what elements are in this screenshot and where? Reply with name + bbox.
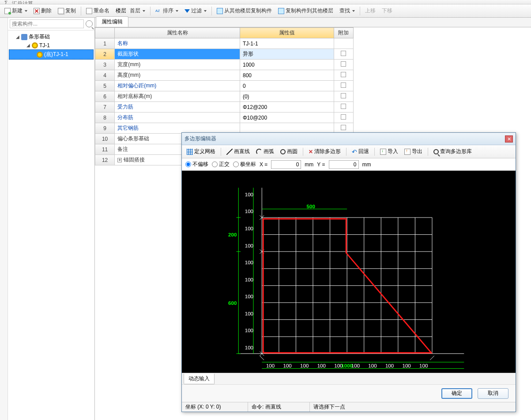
tree-item-tj1-1[interactable]: (底)TJ-1-1	[9, 49, 94, 60]
x-input[interactable]	[271, 160, 301, 169]
y-unit: mm	[362, 161, 371, 168]
delete-icon	[34, 8, 40, 14]
tree-root[interactable]: ◢ 条形基础	[9, 32, 94, 41]
status-coord: 坐标 (X: 0 Y: 0)	[182, 402, 248, 412]
export-button[interactable]: 导出	[402, 146, 425, 157]
svg-text:100: 100	[245, 294, 253, 299]
dialog-titlebar[interactable]: 多边形编辑器 ✕	[182, 133, 516, 145]
svg-text:100: 100	[419, 363, 428, 368]
property-row[interactable]: 3宽度(mm)1000	[95, 60, 354, 70]
draw-line-button[interactable]: 画直线	[224, 146, 252, 157]
delete-button[interactable]: 删除	[31, 6, 54, 16]
new-icon	[4, 8, 11, 14]
close-button[interactable]: ✕	[505, 135, 513, 142]
col-value: 属性值	[240, 28, 334, 38]
search-icon	[433, 149, 439, 154]
import-button[interactable]: 导入	[378, 146, 400, 157]
svg-text:100: 100	[245, 260, 253, 265]
checkbox[interactable]	[341, 51, 346, 56]
move-up-button[interactable]: 上移	[362, 6, 378, 16]
search-input[interactable]	[10, 19, 84, 28]
dialog-toolbar: 定义网格 画直线 画弧 画圆 清除多边形 回退 导入 导出 查询多边形库	[182, 145, 516, 158]
drawing-canvas[interactable]: 100100 100100 100100 100100 100100 200 6…	[182, 171, 516, 373]
dialog-button-row: 确定 取消	[182, 384, 516, 402]
status-hint: 请选择下一点	[310, 402, 516, 412]
sort-button[interactable]: 排序	[153, 6, 181, 16]
define-grid-button[interactable]: 定义网格	[185, 146, 218, 157]
dialog-bottom-tab-bar: 动态输入	[182, 373, 516, 384]
rename-icon	[86, 8, 92, 14]
search-polygon-lib-button[interactable]: 查询多边形库	[431, 146, 474, 157]
chevron-down-icon	[25, 10, 27, 12]
svg-text:1000: 1000	[341, 363, 353, 368]
checkbox[interactable]	[341, 93, 346, 98]
svg-text:600: 600	[228, 300, 237, 306]
rename-button[interactable]: 重命名	[83, 6, 112, 16]
dialog-title: 多边形编辑器	[185, 135, 505, 142]
arc-icon	[256, 149, 262, 155]
filter-icon	[185, 9, 190, 13]
col-extra: 附加	[334, 28, 353, 38]
property-row[interactable]: 2截面形状异形	[95, 49, 354, 60]
filter-button[interactable]: 过滤	[182, 6, 209, 16]
copy-to-floor-button[interactable]: 复制构件到其他楼层	[275, 6, 336, 16]
checkbox[interactable]	[341, 114, 346, 120]
property-row[interactable]: 7受力筋Φ12@200	[95, 102, 354, 112]
ok-button[interactable]: 确定	[441, 388, 472, 399]
move-down-button[interactable]: 下移	[379, 6, 395, 16]
search-box	[8, 18, 94, 30]
copy-button[interactable]: 复制	[55, 6, 79, 16]
x-label: X =	[260, 161, 267, 168]
search-icon[interactable]	[86, 20, 93, 27]
y-label: Y =	[317, 161, 325, 168]
tab-dynamic-input[interactable]: 动态输入	[184, 374, 215, 384]
tree-item-tj1[interactable]: ◢ TJ-1	[9, 41, 94, 49]
checkbox[interactable]	[341, 72, 346, 77]
svg-text:100: 100	[245, 192, 253, 197]
export-icon	[404, 149, 410, 155]
collapse-icon[interactable]: ◢	[26, 43, 31, 48]
collapse-icon[interactable]: ◢	[15, 34, 20, 40]
y-input[interactable]	[329, 160, 359, 169]
svg-text:100: 100	[245, 226, 253, 231]
new-button[interactable]: 新建	[2, 6, 30, 16]
floor-select[interactable]: 首层	[127, 6, 148, 16]
find-button[interactable]: 查找	[337, 6, 358, 16]
property-row[interactable]: 9其它钢筋	[95, 123, 354, 134]
checkbox[interactable]	[341, 82, 346, 88]
property-row[interactable]: 8分布筋Φ10@200	[95, 112, 354, 123]
radio-ortho[interactable]: 正交	[212, 161, 230, 168]
grid-icon	[187, 149, 193, 155]
chevron-down-icon	[204, 10, 207, 12]
svg-text:100: 100	[245, 328, 253, 333]
checkbox[interactable]	[341, 61, 346, 67]
draw-arc-button[interactable]: 画弧	[254, 146, 276, 157]
top-cutoff-toolbar: Σ汇总计算	[0, 0, 531, 4]
clear-polygon-button[interactable]: 清除多边形	[306, 146, 343, 157]
svg-text:200: 200	[228, 232, 237, 237]
draw-circle-button[interactable]: 画圆	[278, 146, 300, 157]
sort-icon	[155, 8, 162, 14]
svg-text:100: 100	[245, 345, 253, 350]
checkbox[interactable]	[341, 125, 346, 130]
checkbox[interactable]	[341, 104, 346, 109]
radio-no-offset[interactable]: 不偏移	[185, 161, 208, 168]
polygon-editor-dialog: 多边形编辑器 ✕ 定义网格 画直线 画弧 画圆 清除多边形 回退 导入 导出 查…	[181, 132, 516, 412]
svg-text:500: 500	[307, 204, 315, 209]
tab-property-edit[interactable]: 属性编辑	[96, 16, 128, 27]
copy-icon	[58, 8, 64, 14]
cancel-button[interactable]: 取消	[478, 388, 508, 399]
property-row[interactable]: 5相对偏心距(mm)0	[95, 81, 354, 91]
property-row[interactable]: 6相对底标高(m)(0)	[95, 91, 354, 102]
svg-text:100: 100	[266, 363, 275, 368]
copy-from-floor-button[interactable]: 从其他楼层复制构件	[214, 6, 275, 16]
svg-text:100: 100	[300, 363, 309, 368]
tab-bar: 属性编辑	[95, 18, 531, 27]
svg-text:100: 100	[283, 363, 292, 368]
coord-bar: 不偏移 正交 极坐标 X = mm Y = mm	[182, 158, 516, 171]
property-row[interactable]: 1名称TJ-1-1	[95, 38, 354, 49]
undo-button[interactable]: 回退	[350, 146, 371, 157]
radio-polar[interactable]: 极坐标	[233, 161, 256, 168]
undo-icon	[352, 148, 357, 155]
property-row[interactable]: 4高度(mm)800	[95, 70, 354, 81]
